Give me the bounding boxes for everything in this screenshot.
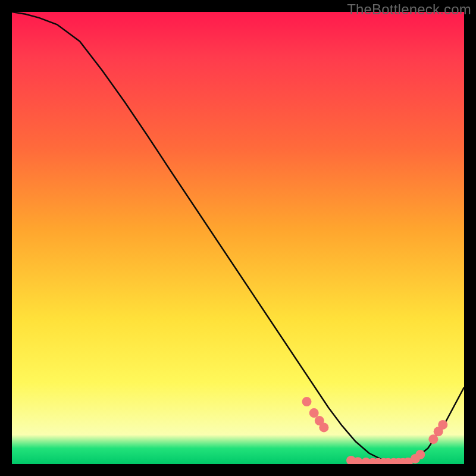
markers-group (302, 397, 448, 464)
marker-dot (438, 420, 447, 430)
curve-path (12, 12, 464, 463)
chart-container: TheBottleneck.com (0, 0, 476, 476)
marker-dot (302, 397, 312, 406)
marker-dot (415, 450, 425, 459)
chart-svg (12, 12, 464, 464)
marker-dot (319, 422, 328, 432)
watermark-text: TheBottleneck.com (347, 1, 471, 18)
marker-dot (309, 408, 319, 418)
plot-area (12, 12, 464, 464)
